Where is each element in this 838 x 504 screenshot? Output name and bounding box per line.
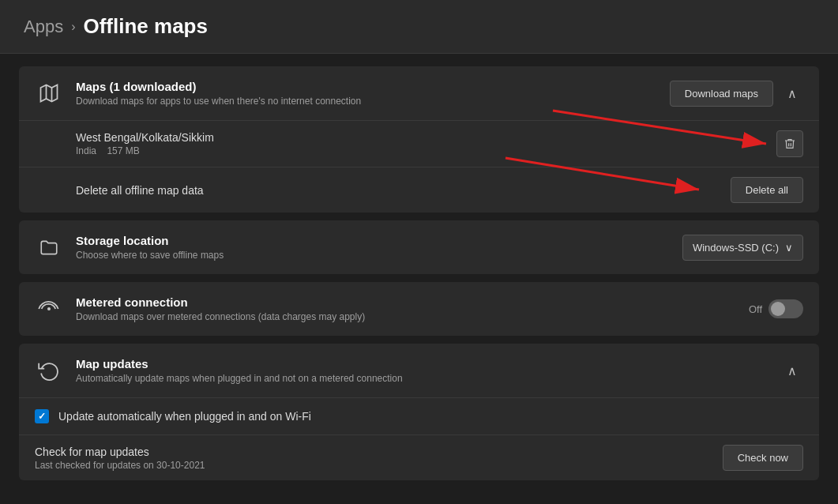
map-updates-row: Map updates Automatically update maps wh…: [19, 344, 819, 397]
header: Apps › Offline maps: [0, 0, 838, 54]
metered-connection-title: Metered connection: [76, 295, 736, 309]
map-updates-section: Map updates Automatically update maps wh…: [19, 344, 819, 480]
breadcrumb-apps[interactable]: Apps: [24, 17, 63, 37]
auto-update-label: Update automatically when plugged in and…: [58, 410, 311, 423]
metered-connection-text: Metered connection Download maps over me…: [76, 295, 736, 322]
maps-downloaded-row: Maps (1 downloaded) Download maps for ap…: [19, 66, 819, 120]
storage-location-action: Windows-SSD (C:) ∨: [682, 235, 803, 261]
maps-downloaded-actions: Download maps ∧: [670, 81, 803, 107]
download-maps-button[interactable]: Download maps: [670, 81, 773, 107]
toggle-thumb: [771, 302, 785, 316]
check-updates-subtitle: Last checked for updates on 30-10-2021: [35, 460, 723, 471]
delete-all-label: Delete all offline map data: [76, 184, 731, 197]
map-updates-chevron[interactable]: ∧: [781, 360, 803, 382]
map-item-name: West Bengal/Kolkata/Sikkim: [76, 131, 776, 144]
checkmark-icon: ✓: [38, 411, 46, 422]
breadcrumb-separator: ›: [71, 20, 75, 34]
metered-connection-subtitle: Download maps over metered connections (…: [76, 311, 736, 322]
map-item-row: West Bengal/Kolkata/Sikkim India 157 MB: [19, 120, 819, 167]
metered-toggle[interactable]: [768, 299, 803, 318]
content-area: Maps (1 downloaded) Download maps for ap…: [0, 54, 838, 493]
check-updates-text: Check for map updates Last checked for u…: [35, 446, 723, 471]
check-updates-row: Check for map updates Last checked for u…: [19, 434, 819, 480]
map-item-region: India: [76, 145, 96, 156]
storage-location-text: Storage location Choose where to save of…: [76, 234, 670, 261]
delete-all-row: Delete all offline map data Delete all: [19, 167, 819, 213]
map-item-size: 157 MB: [107, 145, 139, 156]
storage-dropdown-label: Windows-SSD (C:): [693, 242, 779, 254]
metered-connection-section: Metered connection Download maps over me…: [19, 282, 819, 336]
storage-location-section: Storage location Choose where to save of…: [19, 220, 819, 274]
auto-update-row: ✓ Update automatically when plugged in a…: [19, 397, 819, 434]
maps-downloaded-subtitle: Download maps for apps to use when there…: [76, 96, 657, 107]
page-title: Offline maps: [83, 14, 207, 39]
map-updates-subtitle: Automatically update maps when plugged i…: [76, 373, 768, 384]
map-updates-text: Map updates Automatically update maps wh…: [76, 357, 768, 384]
metered-toggle-label: Off: [749, 303, 762, 315]
map-updates-title: Map updates: [76, 357, 768, 370]
maps-downloaded-text: Maps (1 downloaded) Download maps for ap…: [76, 80, 657, 107]
auto-update-checkbox[interactable]: ✓: [35, 409, 49, 423]
check-now-button[interactable]: Check now: [723, 445, 803, 471]
map-updates-icon: [35, 356, 63, 385]
storage-location-subtitle: Choose where to save offline maps: [76, 250, 670, 261]
folder-icon: [35, 233, 63, 261]
maps-section-chevron[interactable]: ∧: [781, 83, 803, 104]
delete-map-item-button[interactable]: [776, 130, 803, 157]
metered-toggle-area: Off: [749, 299, 803, 318]
maps-icon: [35, 79, 63, 107]
maps-downloaded-section: Maps (1 downloaded) Download maps for ap…: [19, 66, 819, 213]
metered-icon: [35, 295, 63, 323]
map-updates-action: ∧: [781, 360, 803, 382]
delete-all-button[interactable]: Delete all: [731, 177, 803, 203]
maps-downloaded-title: Maps (1 downloaded): [76, 80, 657, 93]
svg-point-2: [48, 308, 50, 310]
storage-location-dropdown[interactable]: Windows-SSD (C:) ∨: [682, 235, 803, 261]
storage-location-row: Storage location Choose where to save of…: [19, 220, 819, 274]
map-item-details: India 157 MB: [76, 145, 776, 156]
map-item-text: West Bengal/Kolkata/Sikkim India 157 MB: [76, 131, 776, 156]
chevron-down-icon: ∨: [785, 242, 793, 254]
storage-location-title: Storage location: [76, 234, 670, 247]
metered-connection-row: Metered connection Download maps over me…: [19, 282, 819, 336]
check-updates-title: Check for map updates: [35, 446, 723, 458]
